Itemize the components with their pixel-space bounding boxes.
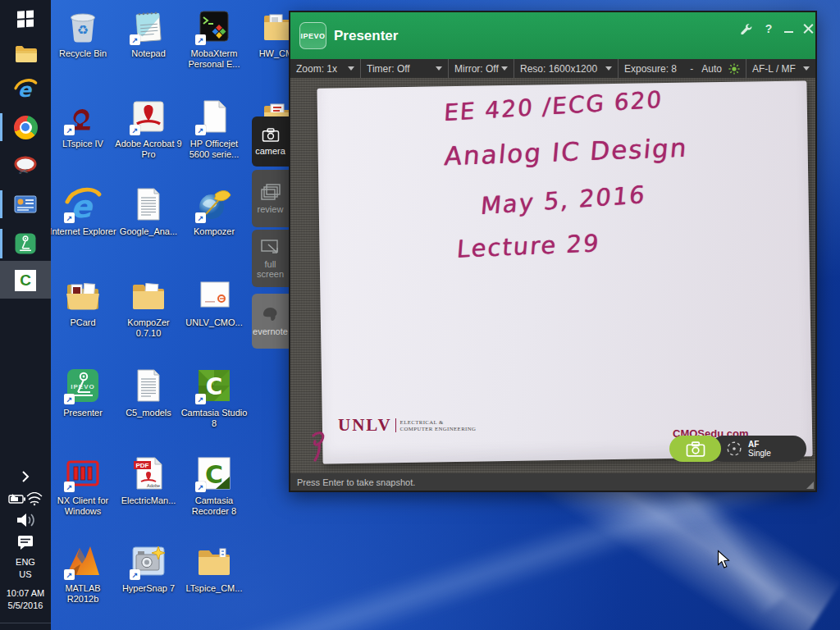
clock-date: 5/5/2016 [0,600,51,612]
af-label-line1: AF [748,440,771,449]
desktop-icon-pcard[interactable]: PCard [48,276,117,328]
settings-button[interactable] [737,21,755,37]
icon-label: Camtasia Recorder 8 [180,495,248,517]
desktop-icon-unlv-cmo[interactable]: UNLV_CMO... [180,276,249,328]
exposure-decrease-button[interactable]: - [690,63,693,75]
taskbar-internet-explorer[interactable]: e [0,75,51,103]
icon-label: Kompozer [194,226,235,237]
unlv-logo: UNLV ELECTRICAL & COMPUTER ENGINEERING [338,415,476,436]
desktop-icon-mobaxterm[interactable]: MobaXterm Personal E... [180,7,249,70]
app-window-icon [14,195,37,213]
desktop-icon-ltspice-iv[interactable]: LTspice IV [48,97,117,149]
resize-grip[interactable] [806,482,814,489]
taskbar-file-explorer[interactable] [0,41,51,67]
internet-explorer-icon: e [63,185,103,224]
zoom-label: Zoom: 1x [296,63,337,75]
help-button[interactable]: ? [760,21,778,37]
chevron-down-icon [605,66,612,71]
language-line2: US [0,568,51,581]
shortcut-arrow-icon [64,569,75,580]
minimize-button[interactable] [779,21,797,37]
taskbar-snipping-tool[interactable]: ✂ [0,153,51,179]
icon-label: Google_Ana... [120,226,177,237]
desktop-icon-kompozer[interactable]: Kompozer [180,185,249,237]
desktop-icon-hypersnap[interactable]: HyperSnap 7 [114,541,183,594]
snipping-tool-icon: ✂ [13,154,38,177]
show-hidden-icons-button[interactable] [0,468,51,486]
shortcut-arrow-icon [64,212,75,223]
camtasia-recorder-icon: C [194,454,234,493]
sidebar-evernote-button[interactable]: evernote [252,294,289,349]
mirror-dropdown[interactable]: Mirror: Off [449,59,514,78]
sidebar-camera-label: camera [255,146,285,156]
autofocus-label: AF-L / MF [752,63,796,75]
folder-with-files-icon [63,276,103,315]
desktop-icon-internet-explorer[interactable]: e Internet Explorer [48,185,117,237]
brightness-sun-icon [728,63,740,75]
tray-volume[interactable] [0,512,51,532]
autofocus-dropdown[interactable]: AF-L / MF [746,59,815,78]
recycle-bin-icon: ♻ [63,7,103,46]
ipevo-logo-text: IPEVO [300,32,325,40]
taskbar-ipevo-presenter[interactable] [0,231,51,257]
icon-label: Internet Explorer [49,226,116,237]
camera-live-view[interactable]: EE 420 /ECG 620 Analog IC Design May 5, … [290,78,815,473]
status-bar: Press Enter to take snapshot. [290,473,815,491]
desktop-icon-matlab[interactable]: MATLAB R2012b [48,541,117,605]
sidebar-fullscreen-button[interactable]: full screen [252,230,289,287]
zoom-dropdown[interactable]: Zoom: 1x [290,59,361,78]
recycle-glyph: ♻ [77,23,89,37]
svg-text:e: e [18,79,33,102]
tray-power-network[interactable] [0,492,51,509]
notepad-icon [129,7,168,46]
desktop-icon-c5-models[interactable]: C5_models [114,366,183,418]
chevron-right-icon [21,470,30,483]
help-glyph: ? [765,22,773,35]
svg-text:C: C [205,460,223,489]
acrobat-icon [129,97,168,136]
sidebar-fullscreen-label: full screen [252,259,289,279]
document-icon [194,97,234,136]
desktop-icon-kompozer-0710[interactable]: KompoZer 0.7.10 [114,276,183,339]
close-button[interactable] [799,21,817,37]
pdf-document-icon: PDF Adobe [129,454,168,493]
shortcut-arrow-icon [130,125,140,135]
title-bar[interactable]: IPEVO Presenter ? [290,12,815,59]
tray-action-center[interactable] [0,533,51,555]
desktop-icon-acrobat[interactable]: Adobe Acrobat 9 Pro [114,97,183,160]
sidebar-evernote-label: evernote [253,326,288,336]
adobe-label: Adobe [147,483,160,488]
clock[interactable]: 10:07 AM 5/5/2016 [0,587,51,612]
timer-label: Timer: Off [367,63,410,75]
start-button[interactable] [0,7,51,30]
taskbar-app-panel[interactable] [0,192,51,217]
windows-logo-icon [16,8,35,28]
af-mode-button[interactable]: AF Single [710,436,806,462]
close-icon [803,24,814,34]
taskbar-camtasia[interactable]: C [0,269,51,291]
desktop-icon-notepad[interactable]: Notepad [114,7,183,59]
taskbar-chrome[interactable] [0,113,51,141]
sidebar-review-button[interactable]: review [252,170,289,227]
ltspice-icon [63,97,103,136]
desktop-icon-electricman-pdf[interactable]: PDF Adobe ElectricMan... [114,454,183,506]
snapshot-button[interactable] [669,436,721,462]
desktop-icon-hp-officejet[interactable]: HP Officejet 5600 serie... [180,97,249,160]
desktop-icon-nx-client[interactable]: NX Client for Windows [48,454,117,517]
resolution-dropdown[interactable]: Reso: 1600x1200 [514,59,619,78]
desktop-icon-ltspice-cm[interactable]: LTspice_CM... [180,541,249,594]
desktop-icon-recycle-bin[interactable]: ♻ Recycle Bin [48,7,117,59]
desktop-icon-presenter[interactable]: IPEVO Presenter [48,366,117,418]
kompozer-globe-icon [194,185,234,224]
timer-dropdown[interactable]: Timer: Off [361,59,449,78]
desktop-icon-camtasia-recorder[interactable]: C Camtasia Recorder 8 [180,454,249,517]
chevron-down-icon [501,66,508,71]
shortcut-arrow-icon [130,569,140,580]
exposure-auto-button[interactable]: Auto [701,63,722,75]
language-indicator[interactable]: ENG US [0,556,51,581]
desktop-icon-google-ana[interactable]: Google_Ana... [114,185,183,237]
desktop-icon-camtasia-studio[interactable]: C Camtasia Studio 8 [180,366,249,429]
sidebar-camera-button[interactable]: camera [252,116,289,167]
camera-toolbar: Zoom: 1x Timer: Off Mirror: Off Reso: 16… [290,59,815,78]
exposure-control[interactable]: Exposure: 8 - Auto [619,59,746,78]
